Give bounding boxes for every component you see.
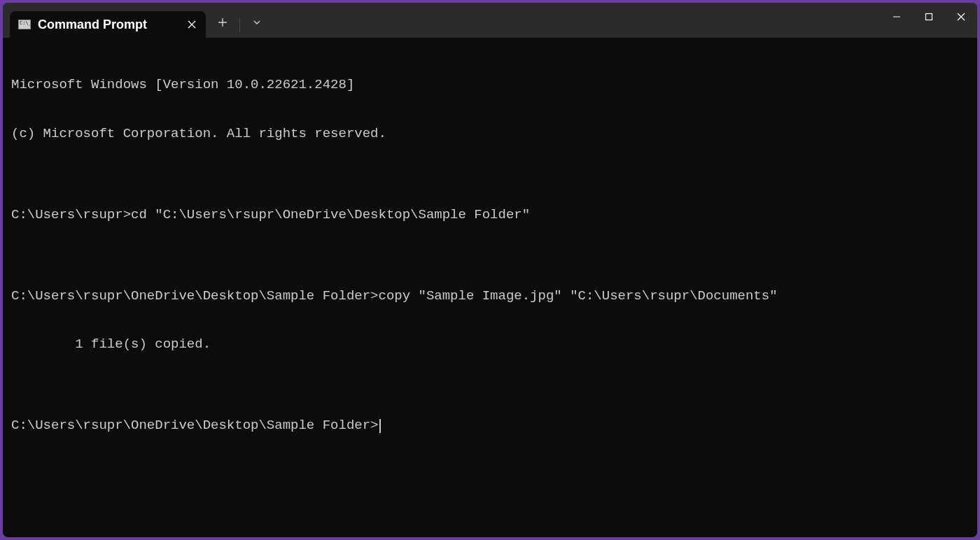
terminal-window: Command Prompt (3, 3, 977, 537)
plus-icon (218, 17, 227, 27)
terminal-line: 1 file(s) copied. (11, 336, 969, 353)
tab-command-prompt[interactable]: Command Prompt (10, 11, 206, 38)
tab-area: Command Prompt (3, 3, 206, 38)
cmd-icon (18, 20, 31, 29)
window-controls (881, 3, 977, 31)
minimize-icon (892, 13, 901, 21)
terminal-line: Microsoft Windows [Version 10.0.22621.24… (11, 77, 969, 93)
tab-title: Command Prompt (38, 17, 175, 32)
chevron-down-icon (253, 18, 261, 27)
terminal-line: C:\Users\rsupr>cd "C:\Users\rsupr\OneDri… (11, 207, 969, 223)
maximize-button[interactable] (913, 3, 945, 31)
cursor (379, 419, 381, 433)
tab-close-button[interactable] (182, 15, 202, 34)
terminal-line: (c) Microsoft Corporation. All rights re… (11, 126, 969, 142)
terminal-output[interactable]: Microsoft Windows [Version 10.0.22621.24… (3, 38, 977, 537)
close-icon (957, 13, 965, 21)
close-icon (188, 20, 196, 29)
minimize-button[interactable] (881, 3, 913, 31)
terminal-prompt-line: C:\Users\rsupr\OneDrive\Desktop\Sample F… (11, 418, 969, 434)
titlebar: Command Prompt (3, 3, 977, 38)
terminal-line: C:\Users\rsupr\OneDrive\Desktop\Sample F… (11, 288, 969, 304)
terminal-prompt-text: C:\Users\rsupr\OneDrive\Desktop\Sample F… (11, 418, 379, 433)
titlebar-actions (210, 3, 270, 38)
tab-dropdown-button[interactable] (244, 10, 270, 35)
close-window-button[interactable] (945, 3, 977, 31)
divider (239, 18, 240, 32)
svg-rect-0 (926, 14, 932, 20)
maximize-icon (925, 13, 933, 21)
new-tab-button[interactable] (210, 10, 235, 35)
